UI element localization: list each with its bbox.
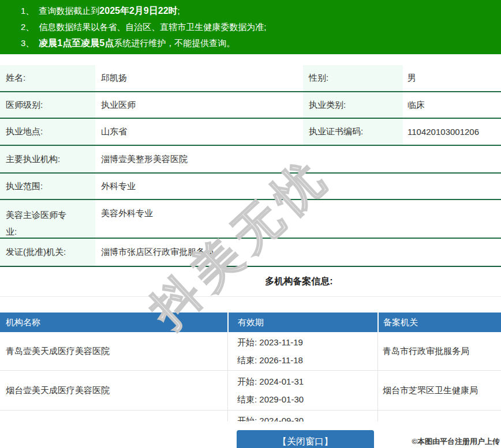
institution-name: 青岛壹美天成医疗美容医院 (0, 332, 227, 370)
table-row: 美容主诊医师专业: 美容外科专业 (0, 200, 501, 239)
doctor-level-value: 执业医师 (95, 92, 303, 118)
column-header-validity: 有效期 (227, 313, 377, 332)
validity-period: 开始: 2024-09-30 (227, 411, 377, 421)
validity-period: 开始: 2023-11-19 结束: 2026-11-18 (227, 332, 377, 370)
record-authority: 烟台市芝罘区卫生健康局 (377, 371, 501, 410)
name-value: 邱凯扬 (95, 65, 303, 91)
table-row: 执业范围: 外科专业 (0, 174, 501, 200)
notice-line-2-number: 2、 (21, 22, 34, 32)
cosmetic-specialty-label: 美容主诊医师专业: (0, 200, 95, 238)
record-authority (377, 411, 501, 421)
issuing-authority-value: 淄博市张店区行政审批服务局 (95, 239, 501, 266)
institution-name: 烟台壹美天成医疗美容医院 (0, 371, 227, 410)
column-header-institution: 机构名称 (0, 313, 227, 332)
notice-line-1-bold: 2025年2月9日22时 (99, 6, 177, 16)
notice-banner: 1、查询数据截止到2025年2月9日22时; 2、信息数据结果以各省、自治区、直… (0, 0, 501, 54)
practice-scope-value: 外科专业 (95, 174, 501, 199)
practice-location-value: 山东省 (95, 119, 303, 145)
license-number-value: 110420103001206 (403, 119, 501, 145)
practice-location-label: 执业地点: (0, 119, 95, 145)
notice-line-3-tail: 系统进行维护，不能提供查询。 (114, 38, 235, 48)
issuing-authority-label: 发证(批准)机关: (0, 239, 95, 266)
table-row: 发证(批准)机关: 淄博市张店区行政审批服务局 (0, 239, 501, 267)
license-query-page: 1、查询数据截止到2025年2月9日22时; 2、信息数据结果以各省、自治区、直… (0, 0, 501, 448)
record-authority: 青岛市行政审批服务局 (377, 332, 501, 370)
validity-start: 开始: 2024-09-30 (237, 412, 377, 421)
close-window-button[interactable]: 【关闭窗口】 (237, 430, 374, 448)
notice-line-1-tail: ; (178, 6, 180, 16)
multi-org-table: 机构名称 有效期 备案机关 青岛壹美天成医疗美容医院 开始: 2023-11-1… (0, 313, 501, 421)
table-row: 主要执业机构: 淄博壹美整形美容医院 (0, 146, 501, 174)
gender-label: 性别: (303, 65, 403, 91)
table-row: 烟台壹美天成医疗美容医院 开始: 2024-01-31 结束: 2029-01-… (0, 371, 501, 411)
validity-start: 开始: 2023-11-19 (237, 333, 377, 351)
notice-line-3-number: 3、 (21, 38, 34, 48)
notice-line-1-number: 1、 (21, 6, 34, 16)
table-row: 开始: 2024-09-30 (0, 411, 501, 421)
validity-end: 结束: 2029-01-30 (237, 390, 377, 408)
practice-category-label: 执业类别: (303, 92, 403, 118)
multi-org-table-header: 机构名称 有效期 备案机关 (0, 313, 501, 332)
main-institution-label: 主要执业机构: (0, 146, 95, 172)
table-row: 青岛壹美天成医疗美容医院 开始: 2023-11-19 结束: 2026-11-… (0, 332, 501, 371)
multi-org-section: 多机构备案信息: (0, 276, 501, 288)
column-header-authority: 备案机关 (377, 313, 501, 332)
notice-line-2-text: 信息数据结果以各省、自治区、直辖市卫生健康委数据为准; (39, 22, 266, 32)
validity-start: 开始: 2024-01-31 (237, 372, 377, 390)
section-divider (0, 296, 501, 297)
practitioner-info-table: 姓名: 邱凯扬 性别: 男 医师级别: 执业医师 执业类别: 临床 执业地点: … (0, 65, 501, 267)
table-row: 姓名: 邱凯扬 性别: 男 (0, 65, 501, 92)
practice-scope-label: 执业范围: (0, 174, 95, 199)
gender-value: 男 (403, 65, 501, 91)
name-label: 姓名: (0, 65, 95, 91)
notice-line-3-bold: 凌晨1点至凌晨5点 (39, 38, 114, 48)
main-institution-value: 淄博壹美整形美容医院 (95, 146, 501, 172)
institution-name (0, 411, 227, 421)
practice-category-value: 临床 (403, 92, 501, 118)
table-row: 执业地点: 山东省 执业证书编码: 110420103001206 (0, 119, 501, 146)
notice-line-1: 1、查询数据截止到2025年2月9日22时; (21, 3, 501, 19)
license-number-label: 执业证书编码: (303, 119, 403, 145)
multi-org-title: 多机构备案信息: (265, 276, 332, 286)
validity-period: 开始: 2024-01-31 结束: 2029-01-30 (227, 371, 377, 410)
notice-line-2: 2、信息数据结果以各省、自治区、直辖市卫生健康委数据为准; (21, 19, 501, 35)
upload-stamp: ©本图由平台注册用户上传 (412, 436, 500, 447)
cosmetic-specialty-value: 美容外科专业 (95, 200, 501, 238)
notice-line-1-text: 查询数据截止到 (39, 6, 99, 16)
validity-end: 结束: 2026-11-18 (237, 351, 377, 369)
doctor-level-label: 医师级别: (0, 92, 95, 118)
table-row: 医师级别: 执业医师 执业类别: 临床 (0, 92, 501, 119)
notice-line-3: 3、凌晨1点至凌晨5点系统进行维护，不能提供查询。 (21, 35, 501, 51)
